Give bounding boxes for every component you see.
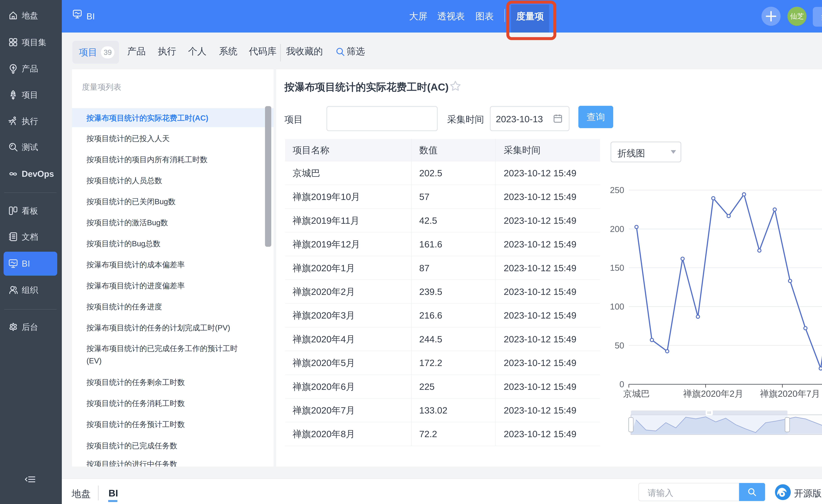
svg-text:200: 200 <box>610 224 624 234</box>
svg-text:0: 0 <box>620 379 624 389</box>
svg-text:京城巴: 京城巴 <box>623 389 650 399</box>
svg-text:禅旗2020年7月: 禅旗2020年7月 <box>760 389 820 399</box>
svg-text:100: 100 <box>610 302 624 311</box>
svg-text:150: 150 <box>610 263 624 273</box>
svg-text:禅旗2020年2月: 禅旗2020年2月 <box>683 389 743 399</box>
svg-text:50: 50 <box>615 341 624 350</box>
svg-text:250: 250 <box>610 185 624 195</box>
